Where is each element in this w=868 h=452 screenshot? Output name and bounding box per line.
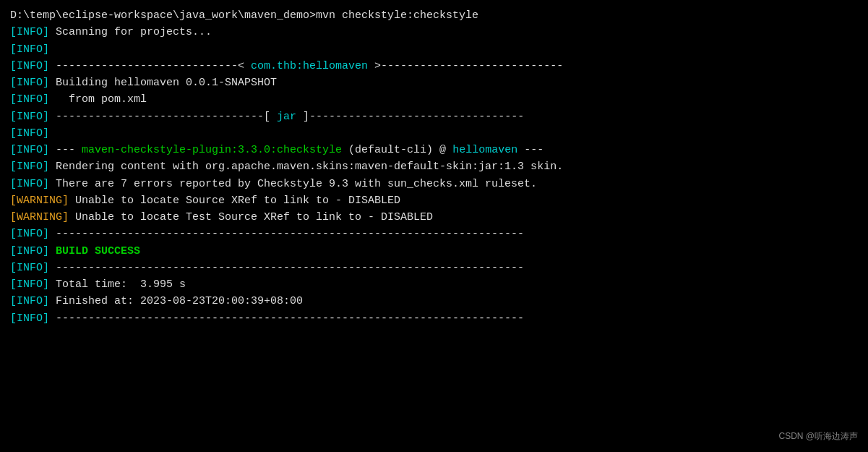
terminal-text: Unable to locate Source XRef to link to … [69,195,400,207]
terminal-line: D:\temp\eclipse-workspace\java_work\mave… [10,7,858,24]
terminal-line: [INFO] There are 7 errors reported by Ch… [10,176,858,192]
terminal-text: [INFO] [10,77,49,89]
terminal-line: [INFO] Building hellomaven 0.0.1-SNAPSHO… [10,74,858,91]
terminal-text: --------------------------------[ [49,111,277,123]
terminal-text: --- [517,144,543,156]
terminal-text: jar [277,111,296,123]
terminal-line: [INFO] BUILD SUCCESS [10,243,858,260]
terminal-text: ]--------------------------------- [296,111,524,123]
terminal-line: [INFO] Total time: 3.995 s [10,276,858,293]
terminal-text: Scanning for projects... [49,26,212,38]
terminal-line: [INFO] [10,41,858,58]
terminal-output: D:\temp\eclipse-workspace\java_work\mave… [10,7,858,327]
terminal-text: [INFO] [10,43,49,56]
terminal-text: Unable to locate Test Source XRef to lin… [69,211,433,223]
terminal-line: [INFO] ---------------------------------… [10,226,858,242]
watermark: CSDN @听海边涛声 [778,430,858,443]
terminal-text: [INFO] [10,312,49,325]
terminal-text: Finished at: 2023-08-23T20:00:39+08:00 [49,295,303,307]
terminal-text: ----------------------------------------… [49,262,524,274]
terminal-line: [INFO] [10,125,858,142]
terminal-text: maven-checkstyle-plugin:3.3.0:checkstyle [82,144,342,156]
terminal-line: [INFO] ---------------------------------… [10,310,858,327]
terminal-text: Total time: 3.995 s [49,278,186,291]
terminal-text: [INFO] [10,111,49,123]
terminal-text: [INFO] [10,295,49,307]
terminal-line: [INFO] --- maven-checkstyle-plugin:3.3.0… [10,142,858,158]
terminal-text: from pom.xml [49,93,147,106]
terminal-line: [INFO] Scanning for projects... [10,24,858,40]
terminal-text: [INFO] [10,262,49,274]
terminal-text: >---------------------------- [368,60,563,72]
terminal-text: Rendering content with org.apache.maven.… [49,161,563,173]
terminal-text: [INFO] [10,26,49,38]
terminal-line: [INFO] ----------------------------< com… [10,58,858,74]
terminal-window: D:\temp\eclipse-workspace\java_work\mave… [0,0,868,452]
terminal-line: [INFO] --------------------------------[… [10,108,858,125]
terminal-text: [INFO] [10,278,49,291]
terminal-text: [INFO] [10,127,49,140]
terminal-text: hellomaven [452,144,517,156]
terminal-line: [INFO] Finished at: 2023-08-23T20:00:39+… [10,293,858,310]
terminal-text: [INFO] [10,178,49,190]
terminal-text: Building hellomaven 0.0.1-SNAPSHOT [49,77,277,89]
terminal-text: [WARNING] [10,195,69,207]
terminal-text: BUILD SUCCESS [49,245,140,257]
terminal-line: [WARNING] Unable to locate Test Source X… [10,209,858,226]
terminal-line: [INFO] from pom.xml [10,91,858,108]
terminal-text: [INFO] [10,161,49,173]
terminal-text: [INFO] [10,228,49,240]
terminal-text: ----------------------------< [49,60,251,72]
terminal-text: ----------------------------------------… [49,228,524,240]
terminal-text: There are 7 errors reported by Checkstyl… [49,178,537,190]
terminal-line: [INFO] ---------------------------------… [10,260,858,276]
terminal-text: [INFO] [10,93,49,106]
terminal-line: [INFO] Rendering content with org.apache… [10,158,858,175]
terminal-text: [INFO] [10,245,49,257]
terminal-text: --- [49,144,82,156]
terminal-text: com.thb:hellomaven [251,60,368,72]
terminal-text: [INFO] [10,144,49,156]
terminal-text: [INFO] [10,60,49,72]
terminal-text: [WARNING] [10,211,69,223]
terminal-text: D:\temp\eclipse-workspace\java_work\mave… [10,9,478,22]
terminal-text: (default-cli) @ [342,144,452,156]
terminal-line: [WARNING] Unable to locate Source XRef t… [10,192,858,209]
terminal-text: ----------------------------------------… [49,312,524,325]
